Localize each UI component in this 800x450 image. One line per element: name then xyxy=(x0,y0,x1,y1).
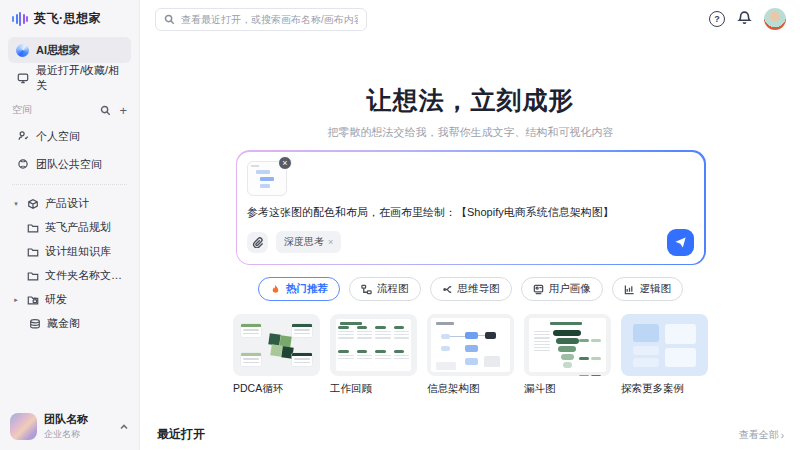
sidebar-folder-product-planning[interactable]: 英飞产品规划 xyxy=(22,216,131,239)
template-label: PDCA循环 xyxy=(233,382,320,396)
team-space-icon xyxy=(16,158,29,171)
main-area: ? 让想法，立刻成形 把零散的想法交给我，我帮你生成文字、结构和可视化内容 × … xyxy=(141,0,800,450)
tree-item-label: 产品设计 xyxy=(45,196,89,211)
global-search[interactable] xyxy=(155,8,367,31)
template-thumbnail xyxy=(621,314,708,376)
chevron-down-icon[interactable]: ▾ xyxy=(12,200,20,208)
user-icon xyxy=(533,284,544,295)
folder-icon xyxy=(26,269,39,282)
tree-item-label: 英飞产品规划 xyxy=(45,220,111,235)
template-label: 工作回顾 xyxy=(330,382,417,396)
team-org: 企业名称 xyxy=(44,428,112,441)
template-thumbnail xyxy=(330,314,417,376)
template-thumbnail xyxy=(233,314,320,376)
tab-logic[interactable]: 逻辑图 xyxy=(612,277,684,301)
sidebar-folder-product-design[interactable]: ▾ 产品设计 xyxy=(8,192,131,215)
sidebar-item-ai-thinker[interactable]: AI思想家 xyxy=(8,37,131,63)
template-thumbnail xyxy=(427,314,514,376)
template-label: 漏斗图 xyxy=(524,382,611,396)
search-icon xyxy=(164,14,175,25)
search-input[interactable] xyxy=(181,14,358,25)
tab-label: 用户画像 xyxy=(549,282,591,296)
cube-icon xyxy=(26,197,39,210)
paper-plane-icon xyxy=(674,236,687,249)
prompt-input-area[interactable]: × 参考这张图的配色和布局，在画布里绘制：【Shopify电商系统信息架构图】 … xyxy=(237,152,704,264)
help-icon[interactable]: ? xyxy=(709,11,725,27)
prompt-text[interactable]: 参考这张图的配色和布局，在画布里绘制：【Shopify电商系统信息架构图】 xyxy=(247,204,694,221)
app-logo: 英飞·思想家 xyxy=(0,0,139,35)
logic-chart-icon xyxy=(624,284,635,295)
waveform-logo-icon xyxy=(12,12,28,26)
template-card-pdca[interactable]: PDCA循环 xyxy=(233,314,320,396)
sidebar-folder-rd[interactable]: ▸ 研发 xyxy=(8,288,131,311)
tab-label: 流程图 xyxy=(377,282,409,296)
folder-icon xyxy=(26,221,39,234)
paperclip-icon xyxy=(252,237,263,248)
send-button[interactable] xyxy=(667,229,694,256)
bell-icon[interactable] xyxy=(737,10,752,29)
template-label: 探索更多案例 xyxy=(621,382,708,396)
sidebar-item-treasure[interactable]: 藏金阁 xyxy=(24,312,131,335)
chip-label: 深度思考 xyxy=(284,235,324,249)
person-icon xyxy=(16,130,29,143)
sidebar: 英飞·思想家 AI思想家 最近打开/收藏/相关 空间 + 个人空间 团队公共空间… xyxy=(0,0,140,450)
tab-label: 思维导图 xyxy=(458,282,500,296)
attached-image-thumbnail: × xyxy=(247,161,287,196)
page-title: 让想法，立刻成形 xyxy=(141,84,800,117)
sidebar-item-label: 团队公共空间 xyxy=(36,157,102,172)
chevron-up-icon xyxy=(119,418,129,436)
ai-sparkle-icon xyxy=(16,44,29,57)
space-section-label: 空间 xyxy=(12,103,100,117)
sidebar-item-label: 个人空间 xyxy=(36,129,80,144)
tab-mindmap[interactable]: 思维导图 xyxy=(430,277,512,301)
app-title: 英飞·思想家 xyxy=(34,10,101,27)
prompt-composer: × 参考这张图的配色和布局，在画布里绘制：【Shopify电商系统信息架构图】 … xyxy=(236,150,706,265)
sidebar-item-team-space[interactable]: 团队公共空间 xyxy=(8,151,131,177)
flowchart-icon xyxy=(361,284,372,295)
mindmap-icon xyxy=(442,284,453,295)
deep-think-chip[interactable]: 深度思考 × xyxy=(276,231,341,253)
page-subtitle: 把零散的想法交给我，我帮你生成文字、结构和可视化内容 xyxy=(141,125,800,140)
sidebar-folder-long-name[interactable]: 文件夹名称文件夹名... xyxy=(22,264,131,287)
attach-button[interactable] xyxy=(247,232,268,253)
tab-persona[interactable]: 用户画像 xyxy=(521,277,603,301)
add-space-icon[interactable]: + xyxy=(119,105,127,116)
tree-item-label: 文件夹名称文件夹名... xyxy=(45,268,127,283)
team-avatar xyxy=(10,413,37,440)
recent-section-header: 最近打开 查看全部 › xyxy=(157,426,784,443)
template-card-funnel[interactable]: 漏斗图 xyxy=(524,314,611,396)
category-tabs: 热门推荐 流程图 思维导图 用户画像 逻辑图 xyxy=(141,277,800,301)
flame-icon xyxy=(270,284,281,295)
team-switcher[interactable]: 团队名称 企业名称 xyxy=(0,403,139,450)
sidebar-item-label: 最近打开/收藏/相关 xyxy=(36,63,123,93)
topbar: ? xyxy=(141,0,800,38)
chevron-right-icon[interactable]: ▸ xyxy=(12,296,20,304)
remove-chip-icon[interactable]: × xyxy=(328,237,333,247)
user-avatar[interactable] xyxy=(764,8,786,30)
tab-hot[interactable]: 热门推荐 xyxy=(258,277,340,301)
template-label: 信息架构图 xyxy=(427,382,514,396)
sidebar-divider xyxy=(12,184,127,185)
chevron-right-icon: › xyxy=(781,430,784,441)
tree-item-label: 藏金阁 xyxy=(47,316,80,331)
monitor-icon xyxy=(16,72,29,85)
view-all-label: 查看全部 xyxy=(739,428,779,442)
folder-icon xyxy=(26,245,39,258)
template-card-work-review[interactable]: 工作回顾 xyxy=(330,314,417,396)
layers-icon xyxy=(28,317,41,330)
sidebar-item-label: AI思想家 xyxy=(36,43,80,58)
locked-folder-icon xyxy=(26,293,39,306)
search-space-icon[interactable] xyxy=(100,105,111,116)
tab-flowchart[interactable]: 流程图 xyxy=(349,277,421,301)
template-card-info-architecture[interactable]: 信息架构图 xyxy=(427,314,514,396)
tab-label: 热门推荐 xyxy=(286,282,328,296)
view-all-link[interactable]: 查看全部 › xyxy=(739,428,784,442)
remove-attachment-icon[interactable]: × xyxy=(278,156,292,170)
tree-item-label: 设计组知识库 xyxy=(45,244,111,259)
sidebar-item-recent[interactable]: 最近打开/收藏/相关 xyxy=(8,65,131,91)
template-card-explore-more[interactable]: 探索更多案例 xyxy=(621,314,708,396)
sidebar-item-personal-space[interactable]: 个人空间 xyxy=(8,123,131,149)
recent-title: 最近打开 xyxy=(157,426,205,443)
sidebar-folder-design-kb[interactable]: 设计组知识库 xyxy=(22,240,131,263)
team-name: 团队名称 xyxy=(44,412,112,427)
